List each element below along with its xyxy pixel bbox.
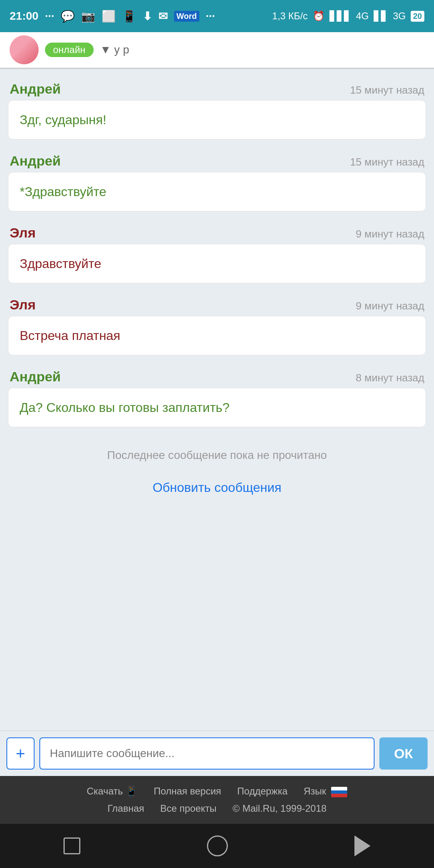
online-badge: онлайн [45, 43, 94, 57]
status-signal1: ▋▋▋ [330, 10, 351, 22]
status-4g: 4G [356, 10, 369, 22]
status-word: Word [174, 11, 199, 22]
footer-row-2: Главная Все проекты © Mail.Ru, 1999-2018 [16, 803, 418, 814]
nav-title: ▼ у р [100, 43, 129, 56]
status-icon-wa: 📱 [122, 10, 136, 23]
ok-button[interactable]: ОК [379, 737, 428, 770]
status-icon-cam: 📷 [81, 10, 95, 23]
footer-copyright: © Mail.Ru, 1999-2018 [233, 803, 327, 814]
message-bubble-5: Да? Сколько вы готовы заплатить? [8, 388, 426, 427]
message-header-3: Эля 9 минут назад [8, 221, 426, 244]
footer-link-projects[interactable]: Все проекты [160, 803, 217, 814]
footer-link-home[interactable]: Главная [107, 803, 144, 814]
message-bubble-1: Здг, сударыня! [8, 100, 426, 139]
message-time-4: 9 минут назад [356, 300, 424, 312]
message-header-5: Андрей 8 минут назад [8, 365, 426, 388]
status-battery: 20 [411, 11, 424, 22]
message-sender-4: Эля [10, 297, 36, 313]
nav-home-button[interactable] [207, 835, 228, 856]
message-sender-5: Андрей [10, 369, 61, 385]
message-sender-2: Андрей [10, 153, 61, 169]
message-sender-3: Эля [10, 225, 36, 241]
status-more: ··· [206, 10, 215, 23]
message-header-1: Андрей 15 минут назад [8, 77, 426, 100]
status-bar-right: 1,3 КБ/с ⏰ ▋▋▋ 4G ▋▋ 3G 20 [272, 10, 424, 22]
message-group-1: Андрей 15 минут назад Здг, сударыня! [8, 77, 426, 139]
status-signal2: ▋▋ [374, 10, 388, 22]
refresh-link-container: Обновить сообщения [8, 474, 426, 502]
message-bubble-4: Встреча платная [8, 316, 426, 355]
android-nav [0, 824, 434, 868]
message-group-2: Андрей 15 минут назад *Здравствуйте [8, 149, 426, 211]
status-dots: ··· [45, 10, 54, 23]
status-notice: Последнее сообщение пока не прочитано [8, 441, 426, 470]
nav-square-button[interactable] [63, 837, 80, 854]
status-3g: 3G [393, 10, 406, 22]
message-time-1: 15 минут назад [350, 84, 424, 96]
message-group-4: Эля 9 минут назад Встреча платная [8, 293, 426, 355]
messages-area: Андрей 15 минут назад Здг, сударыня! Анд… [0, 69, 434, 731]
status-bar-left: 21:00 ··· 💬 📷 ⬜ 📱 ⬇ ✉ Word ··· [10, 10, 215, 23]
message-sender-1: Андрей [10, 81, 61, 97]
avatar [10, 35, 39, 64]
status-bar: 21:00 ··· 💬 📷 ⬜ 📱 ⬇ ✉ Word ··· 1,3 КБ/с … [0, 0, 434, 32]
footer-row-1: Скачать 📱 Полная версия Поддержка Язык [16, 786, 418, 797]
message-input-area: + ОК [0, 731, 434, 776]
message-group-3: Эля 9 минут назад Здравствуйте [8, 221, 426, 283]
message-time-3: 9 минут назад [356, 228, 424, 240]
nav-back-button[interactable] [354, 835, 371, 856]
message-input[interactable] [39, 737, 375, 770]
message-bubble-3: Здравствуйте [8, 244, 426, 283]
message-bubble-2: *Здравствуйте [8, 172, 426, 211]
top-nav: онлайн ▼ у р [0, 32, 434, 68]
status-icon-msg: 💬 [61, 10, 75, 23]
flag-icon [331, 787, 347, 797]
footer-link-language[interactable]: Язык [304, 786, 348, 797]
refresh-link[interactable]: Обновить сообщения [153, 480, 282, 495]
message-group-5: Андрей 8 минут назад Да? Сколько вы гото… [8, 365, 426, 427]
message-header-4: Эля 9 минут назад [8, 293, 426, 316]
add-button[interactable]: + [6, 737, 35, 770]
status-icon-mail: ✉ [158, 10, 168, 23]
footer: Скачать 📱 Полная версия Поддержка Язык Г… [0, 776, 434, 824]
status-alarm: ⏰ [313, 10, 325, 22]
avatar-image [10, 35, 39, 64]
footer-link-download[interactable]: Скачать 📱 [87, 786, 138, 797]
footer-link-support[interactable]: Поддержка [237, 786, 287, 797]
message-time-2: 15 минут назад [350, 156, 424, 168]
message-time-5: 8 минут назад [356, 372, 424, 384]
status-icon-dl: ⬇ [143, 10, 152, 23]
status-speed: 1,3 КБ/с [272, 10, 307, 22]
status-time: 21:00 [10, 10, 39, 23]
footer-link-full[interactable]: Полная версия [154, 786, 221, 797]
message-header-2: Андрей 15 минут назад [8, 149, 426, 172]
status-icon-mi: ⬜ [102, 10, 116, 23]
